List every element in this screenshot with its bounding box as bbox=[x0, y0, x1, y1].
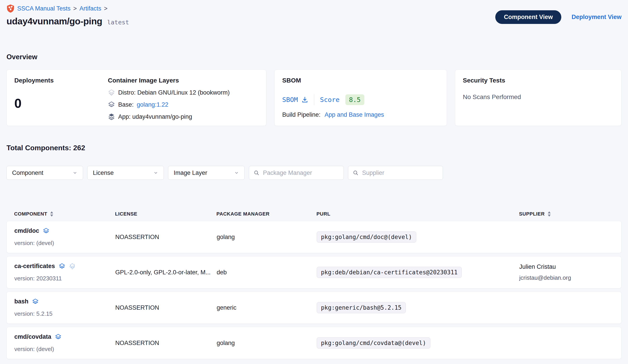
deployments-block: Deployments 0 bbox=[14, 77, 108, 119]
sbom-download-link[interactable]: SBOM bbox=[282, 96, 308, 104]
sort-icon bbox=[50, 211, 54, 217]
chevron-down-icon bbox=[234, 170, 239, 175]
component-version: version: 20230311 bbox=[14, 275, 115, 282]
component-name: ca-certificates bbox=[14, 263, 55, 270]
download-icon[interactable] bbox=[302, 96, 308, 103]
column-header-supplier-label: Supplier bbox=[519, 211, 545, 217]
supplier-cell bbox=[519, 306, 614, 310]
purl-chip: pkg:generic/bash@5.2.15 bbox=[317, 302, 406, 313]
component-version: version: (devel) bbox=[14, 346, 115, 353]
package-manager-cell: golang bbox=[217, 340, 317, 347]
table-row[interactable]: cmd/doc version: (devel) NOASSERTION gol… bbox=[6, 221, 622, 253]
ssca-shield-icon bbox=[6, 4, 14, 13]
breadcrumb-link-project[interactable]: SSCA Manual Tests bbox=[17, 5, 71, 12]
component-version: version: (devel) bbox=[14, 240, 115, 247]
component-name: bash bbox=[14, 298, 28, 305]
component-name: cmd/covdata bbox=[14, 333, 51, 340]
table-row[interactable]: cmd/covdata version: (devel) NOASSERTION… bbox=[6, 327, 622, 359]
license-filter-dropdown[interactable]: License bbox=[87, 166, 164, 180]
divider bbox=[314, 94, 314, 105]
deployments-layers-card: Deployments 0 Container Image Layers Dis… bbox=[6, 69, 266, 126]
deployments-label: Deployments bbox=[14, 77, 108, 84]
column-header-supplier[interactable]: Supplier bbox=[519, 211, 614, 217]
license-cell: GPL-2.0-only, GPL-2.0-or-later, M... bbox=[115, 269, 217, 276]
sbom-actions: SBOM Score 8.5 bbox=[282, 94, 439, 105]
supplier-email: jcristau@debian.org bbox=[519, 274, 614, 281]
component-name: cmd/doc bbox=[14, 227, 39, 234]
purl-chip: pkg:golang/cmd/covdata@(devel) bbox=[317, 337, 430, 349]
component-cell: cmd/covdata version: (devel) bbox=[14, 333, 115, 353]
component-cell: bash version: 5.2.15 bbox=[14, 298, 115, 317]
table-row[interactable]: bash version: 5.2.15 NOASSERTION generic… bbox=[6, 292, 622, 324]
column-header-component-label: Component bbox=[14, 211, 47, 217]
security-tests-card: Security Tests No Scans Performed bbox=[455, 69, 622, 126]
component-filter-dropdown[interactable]: Component bbox=[6, 166, 83, 180]
breadcrumb-separator: > bbox=[104, 5, 107, 12]
component-version: version: 5.2.15 bbox=[14, 310, 115, 317]
layers-half-icon bbox=[108, 101, 115, 108]
top-bar: SSCA Manual Tests > Artifacts > uday4vun… bbox=[6, 0, 622, 27]
breadcrumb-separator: > bbox=[73, 5, 77, 12]
title-row: uday4vunnam/go-ping latest bbox=[6, 16, 129, 27]
supplier-search-input[interactable] bbox=[362, 170, 438, 177]
sbom-score-label: Score bbox=[320, 96, 339, 104]
license-cell: NOASSERTION bbox=[115, 340, 217, 347]
components-table-header: Component License Package Manager PURL S… bbox=[6, 207, 622, 221]
breadcrumb: SSCA Manual Tests > Artifacts > bbox=[6, 4, 129, 13]
layer-row-app: App: uday4vunnam/go-ping bbox=[108, 113, 258, 120]
purl-chip: pkg:golang/cmd/doc@(devel) bbox=[317, 231, 416, 243]
purl-cell: pkg:generic/bash@5.2.15 bbox=[317, 302, 519, 313]
search-icon bbox=[254, 170, 259, 176]
sbom-score-badge: 8.5 bbox=[345, 94, 364, 105]
table-row[interactable]: ca-certificates version: 20230311 GPL-2.… bbox=[6, 256, 622, 288]
chevron-down-icon bbox=[73, 170, 78, 175]
package-manager-cell: golang bbox=[217, 234, 317, 241]
container-image-layers-block: Container Image Layers Distro: Debian GN… bbox=[108, 77, 258, 119]
layers-blue-icon bbox=[32, 298, 39, 305]
build-pipeline-link[interactable]: App and Base Images bbox=[324, 111, 384, 118]
layers-outline-light-icon bbox=[108, 89, 115, 96]
sort-icon bbox=[548, 211, 551, 217]
layer-app-text: App: uday4vunnam/go-ping bbox=[118, 113, 192, 120]
layer-base-text: Base: bbox=[118, 101, 134, 108]
license-cell: NOASSERTION bbox=[115, 234, 217, 241]
supplier-cell bbox=[519, 341, 614, 345]
component-filter-label: Component bbox=[12, 170, 43, 177]
package-manager-search-input[interactable] bbox=[263, 170, 339, 177]
header-left: SSCA Manual Tests > Artifacts > uday4vun… bbox=[6, 4, 129, 27]
component-view-button[interactable]: Component View bbox=[495, 10, 561, 24]
column-header-component[interactable]: Component bbox=[14, 211, 115, 217]
page-title: uday4vunnam/go-ping bbox=[6, 16, 102, 27]
image-layer-filter-dropdown[interactable]: Image Layer bbox=[168, 166, 245, 180]
license-filter-label: License bbox=[93, 170, 114, 177]
purl-chip: pkg:deb/debian/ca-certificates@20230311 bbox=[317, 267, 462, 278]
supplier-cell bbox=[519, 235, 614, 239]
security-tests-label: Security Tests bbox=[463, 77, 614, 84]
layers-blue-icon bbox=[43, 228, 49, 234]
component-cell: cmd/doc version: (devel) bbox=[14, 227, 115, 247]
sbom-card: SBOM SBOM Score 8.5 Build Pipeline: App … bbox=[274, 69, 447, 126]
deployment-view-button[interactable]: Deployment View bbox=[572, 14, 622, 21]
search-icon bbox=[353, 170, 359, 176]
layer-row-distro: Distro: Debian GNU/Linux 12 (bookworm) bbox=[108, 89, 258, 96]
filters-row: Component License Image Layer bbox=[6, 166, 622, 180]
base-image-link[interactable]: golang:1.22 bbox=[137, 101, 168, 108]
purl-cell: pkg:deb/debian/ca-certificates@20230311 bbox=[317, 267, 519, 278]
deployments-count: 0 bbox=[14, 96, 108, 111]
layer-row-base: Base: golang:1.22 bbox=[108, 101, 258, 108]
view-toggle: Component View Deployment View bbox=[495, 10, 622, 24]
component-cell: ca-certificates version: 20230311 bbox=[14, 263, 115, 282]
layer-distro-text: Distro: Debian GNU/Linux 12 (bookworm) bbox=[118, 89, 230, 96]
package-manager-cell: deb bbox=[217, 269, 317, 276]
breadcrumb-link-artifacts[interactable]: Artifacts bbox=[79, 5, 101, 12]
column-header-package-manager: Package Manager bbox=[216, 211, 316, 217]
layers-blue-icon bbox=[59, 263, 65, 270]
supplier-cell: Julien Cristau jcristau@debian.org bbox=[519, 263, 614, 281]
security-tests-status: No Scans Performed bbox=[463, 93, 614, 101]
purl-cell: pkg:golang/cmd/covdata@(devel) bbox=[317, 337, 519, 349]
license-cell: NOASSERTION bbox=[115, 304, 217, 311]
build-pipeline-row: Build Pipeline: App and Base Images bbox=[282, 111, 439, 118]
build-pipeline-label: Build Pipeline: bbox=[282, 111, 320, 118]
layers-dashed-icon bbox=[69, 263, 76, 270]
sbom-download-link-label: SBOM bbox=[282, 96, 298, 104]
